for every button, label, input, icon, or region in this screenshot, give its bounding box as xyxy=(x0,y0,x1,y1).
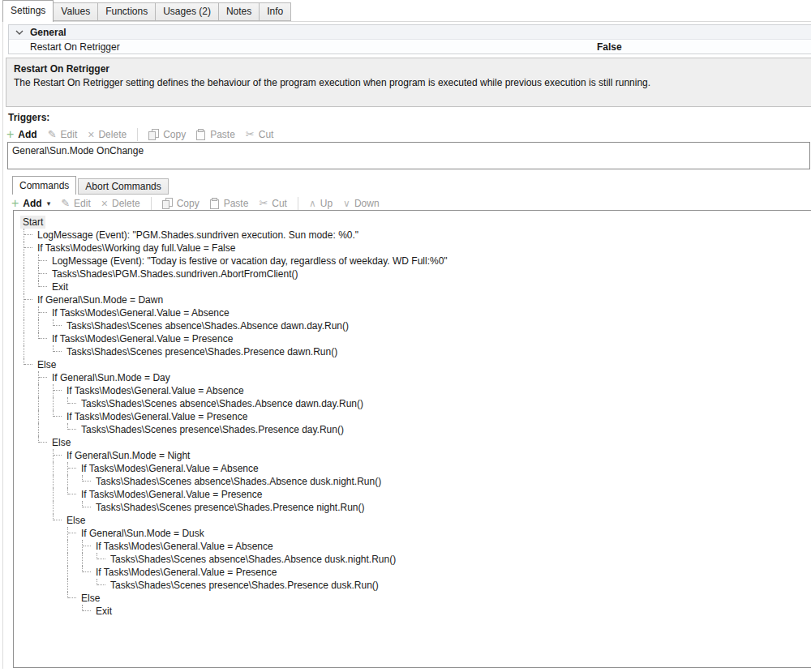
tree-node-label[interactable]: LogMessage (Event): "PGM.Shades.sundrive… xyxy=(35,229,361,242)
tree-row[interactable]: Tasks\Shades\Scenes presence\Shades.Pres… xyxy=(19,345,811,358)
tree-node-label[interactable]: Else xyxy=(79,592,102,605)
command-down-button[interactable]: ∨ Down xyxy=(343,198,379,209)
property-value[interactable]: False xyxy=(597,41,622,53)
chevron-up-icon: ∧ xyxy=(309,199,316,208)
tree-node-label[interactable]: If Tasks\Modes\General.Value = Absence xyxy=(79,462,261,475)
command-add-button[interactable]: + Add ▾ xyxy=(11,198,50,209)
trigger-add-button[interactable]: + Add xyxy=(6,129,37,140)
tab-settings[interactable]: Settings xyxy=(2,0,54,22)
trigger-copy-button[interactable]: Copy xyxy=(148,129,186,140)
property-group-general[interactable]: General xyxy=(9,25,811,40)
tree-node-label[interactable]: If Tasks\Modes\General.Value = Presence xyxy=(93,566,279,579)
tree-row[interactable]: Else xyxy=(19,436,811,449)
tree-row[interactable]: If Tasks\Modes\General.Value = Presence xyxy=(19,332,811,345)
tree-guide xyxy=(63,527,78,540)
tree-node-label[interactable]: If Tasks\Modes\General.Value = Absence xyxy=(93,540,276,553)
tree-node-label[interactable]: If Tasks\Modes\Working day full.Value = … xyxy=(35,242,238,255)
tree-node-label[interactable]: Tasks\Shades\Scenes absence\Shades.Absen… xyxy=(64,319,351,332)
tree-node-label[interactable]: Tasks\Shades\Scenes presence\Shades.Pres… xyxy=(108,579,381,592)
tree-guide xyxy=(19,242,34,255)
tree-node-label[interactable]: Tasks\Shades\Scenes absence\Shades.Absen… xyxy=(79,397,366,410)
tree-node-label[interactable]: Else xyxy=(49,436,73,449)
tree-node-label[interactable]: If General\Sun.Mode = Night xyxy=(64,449,192,462)
tab-values[interactable]: Values xyxy=(54,2,98,21)
tree-node-label[interactable]: If General\Sun.Mode = Day xyxy=(49,371,173,384)
tab-abort-commands[interactable]: Abort Commands xyxy=(78,178,168,195)
tree-node-label[interactable]: Tasks\Shades\PGM.Shades.sundriven.AbortF… xyxy=(49,268,300,280)
tree-guide xyxy=(19,371,34,384)
tree-row[interactable]: If General\Sun.Mode = Dusk xyxy=(19,527,811,540)
command-cut-label: Cut xyxy=(272,198,287,209)
tree-row[interactable]: If General\Sun.Mode = Night xyxy=(19,449,811,462)
tree-row[interactable]: LogMessage (Event): "PGM.Shades.sundrive… xyxy=(19,229,811,242)
command-copy-button[interactable]: Copy xyxy=(162,198,200,209)
tree-row[interactable]: If Tasks\Modes\General.Value = Absence xyxy=(19,384,811,397)
tree-row[interactable]: Else xyxy=(19,514,811,527)
tree-row[interactable]: Exit xyxy=(19,605,811,618)
tree-node-label[interactable]: Tasks\Shades\Scenes presence\Shades.Pres… xyxy=(64,345,340,358)
tree-row[interactable]: Else xyxy=(19,358,811,371)
trigger-paste-button[interactable]: Paste xyxy=(196,129,235,140)
tree-node-label[interactable]: Tasks\Shades\Scenes absence\Shades.Absen… xyxy=(93,475,384,488)
tree-row[interactable]: Else xyxy=(19,592,811,605)
command-up-button[interactable]: ∧ Up xyxy=(309,198,333,209)
tree-node-label[interactable]: Tasks\Shades\Scenes presence\Shades.Pres… xyxy=(79,423,346,436)
tree-row[interactable]: If General\Sun.Mode = Dawn xyxy=(19,293,811,306)
tree-node-label[interactable]: Tasks\Shades\Scenes presence\Shades.Pres… xyxy=(93,501,367,514)
tree-row[interactable]: Tasks\Shades\Scenes absence\Shades.Absen… xyxy=(19,397,811,410)
tree-row[interactable]: If Tasks\Modes\Working day full.Value = … xyxy=(19,242,811,255)
tree-guide xyxy=(19,423,34,436)
tree-node-label[interactable]: Tasks\Shades\Scenes absence\Shades.Absen… xyxy=(108,553,398,566)
trigger-cut-button[interactable]: ✂ Cut xyxy=(246,129,274,140)
tab-commands[interactable]: Commands xyxy=(12,176,76,195)
tab-functions[interactable]: Functions xyxy=(98,2,156,21)
tab-notes[interactable]: Notes xyxy=(219,2,260,21)
tree-node-label[interactable]: If Tasks\Modes\General.Value = Presence xyxy=(49,332,235,345)
tree-guide xyxy=(19,501,34,514)
tree-row[interactable]: Tasks\Shades\Scenes presence\Shades.Pres… xyxy=(19,423,811,436)
tree-row[interactable]: Tasks\Shades\Scenes absence\Shades.Absen… xyxy=(19,553,811,566)
chevron-down-icon[interactable] xyxy=(9,30,30,35)
trigger-edit-button[interactable]: ✎ Edit xyxy=(48,129,78,140)
command-edit-button[interactable]: ✎ Edit xyxy=(61,198,91,209)
tree-node-label[interactable]: If General\Sun.Mode = Dusk xyxy=(79,527,207,540)
tree-row[interactable]: Start xyxy=(19,216,811,229)
trigger-list-item[interactable]: General\Sun.Mode OnChange xyxy=(8,143,809,159)
tree-guide xyxy=(49,592,63,605)
tree-node-label[interactable]: Else xyxy=(64,514,88,527)
tab-info[interactable]: Info xyxy=(260,2,291,21)
tree-row[interactable]: If Tasks\Modes\General.Value = Presence xyxy=(19,410,811,423)
tree-row[interactable]: Tasks\Shades\Scenes presence\Shades.Pres… xyxy=(19,501,811,514)
tree-node-label[interactable]: Start xyxy=(20,216,45,229)
tree-row[interactable]: If Tasks\Modes\General.Value = Absence xyxy=(19,462,811,475)
triggers-list[interactable]: General\Sun.Mode OnChange xyxy=(7,142,810,169)
command-paste-button[interactable]: Paste xyxy=(210,198,249,209)
property-row-restart-on-retrigger[interactable]: Restart On Retrigger False xyxy=(9,40,811,54)
tree-row[interactable]: If Tasks\Modes\General.Value = Presence xyxy=(19,566,811,579)
tree-row[interactable]: Tasks\Shades\PGM.Shades.sundriven.AbortF… xyxy=(19,268,811,280)
tree-row[interactable]: Tasks\Shades\Scenes absence\Shades.Absen… xyxy=(19,475,811,488)
tree-node-label[interactable]: Exit xyxy=(93,605,114,618)
commands-tree[interactable]: StartLogMessage (Event): "PGM.Shades.sun… xyxy=(13,210,811,668)
tree-row[interactable]: Tasks\Shades\Scenes absence\Shades.Absen… xyxy=(19,319,811,332)
tree-row[interactable]: LogMessage (Event): "Today is festive or… xyxy=(19,255,811,268)
tree-row[interactable]: If Tasks\Modes\General.Value = Absence xyxy=(19,306,811,319)
tree-row[interactable]: If Tasks\Modes\General.Value = Absence xyxy=(19,540,811,553)
tree-node-label[interactable]: If General\Sun.Mode = Dawn xyxy=(35,293,165,306)
tree-node-label[interactable]: If Tasks\Modes\General.Value = Absence xyxy=(49,306,232,319)
tree-row[interactable]: Tasks\Shades\Scenes presence\Shades.Pres… xyxy=(19,579,811,592)
trigger-delete-button[interactable]: × Delete xyxy=(88,129,127,140)
tree-row[interactable]: If General\Sun.Mode = Day xyxy=(19,371,811,384)
command-delete-button[interactable]: × Delete xyxy=(101,198,140,209)
tree-node-label[interactable]: LogMessage (Event): "Today is festive or… xyxy=(49,255,450,268)
tab-usages[interactable]: Usages (2) xyxy=(156,2,219,21)
tree-row[interactable]: Exit xyxy=(19,280,811,293)
tree-node-label[interactable]: If Tasks\Modes\General.Value = Absence xyxy=(64,384,247,397)
chevron-down-icon: ∨ xyxy=(343,199,350,208)
tree-row[interactable]: If Tasks\Modes\General.Value = Presence xyxy=(19,488,811,501)
tree-node-label[interactable]: Exit xyxy=(49,280,71,293)
tree-node-label[interactable]: If Tasks\Modes\General.Value = Presence xyxy=(64,410,250,423)
tree-node-label[interactable]: Else xyxy=(35,358,58,371)
command-cut-button[interactable]: ✂ Cut xyxy=(259,198,287,209)
tree-node-label[interactable]: If Tasks\Modes\General.Value = Presence xyxy=(79,488,264,501)
